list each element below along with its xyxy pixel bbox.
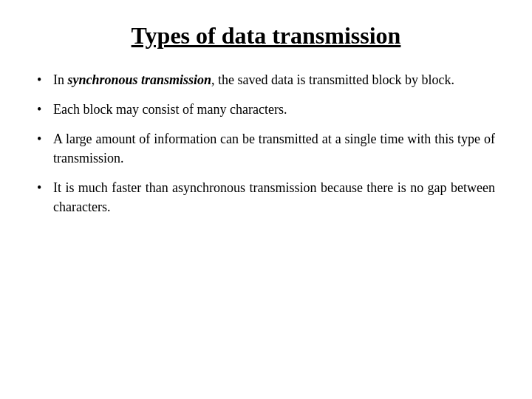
bullet-text-4: It is much faster than asynchronous tran… <box>53 178 495 216</box>
bullet-dot: • <box>37 100 53 119</box>
bullet-text-3: A large amount of information can be tra… <box>53 129 495 168</box>
list-item: • A large amount of information can be t… <box>37 129 495 168</box>
bullet-list: • In synchronous transmission, the saved… <box>37 70 495 217</box>
bullet-text-1: In synchronous transmission, the saved d… <box>53 70 495 89</box>
bullet-dot: • <box>37 129 53 149</box>
list-item: • In synchronous transmission, the saved… <box>37 70 495 89</box>
list-item: • It is much faster than asynchronous tr… <box>37 178 495 216</box>
emphasis-text: synchronous transmission <box>68 72 212 87</box>
bullet-dot: • <box>37 178 53 197</box>
list-item: • Each block may consist of many charact… <box>37 100 495 119</box>
bullet-dot: • <box>37 70 53 89</box>
page-title: Types of data transmission <box>132 22 401 50</box>
bullet-text-2: Each block may consist of many character… <box>53 100 495 119</box>
content-area: • In synchronous transmission, the saved… <box>37 70 495 228</box>
